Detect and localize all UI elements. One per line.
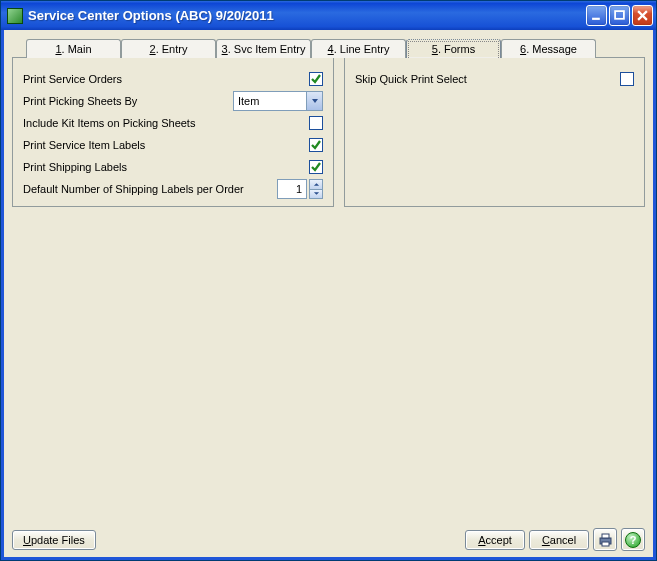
- tab-main[interactable]: 1. Main: [26, 39, 121, 58]
- label-print-service-item-labels: Print Service Item Labels: [23, 139, 145, 151]
- update-files-button[interactable]: Update Files: [12, 530, 96, 550]
- tab-message[interactable]: 6. Message: [501, 39, 596, 58]
- row-print-service-orders: Print Service Orders: [23, 68, 323, 90]
- maximize-button[interactable]: [609, 5, 630, 26]
- input-default-shipping-labels[interactable]: 1: [277, 179, 307, 199]
- close-button[interactable]: [632, 5, 653, 26]
- spin-up-button[interactable]: [309, 179, 323, 190]
- row-include-kit: Include Kit Items on Picking Sheets: [23, 112, 323, 134]
- minimize-button[interactable]: [586, 5, 607, 26]
- window-buttons: [586, 5, 653, 26]
- cancel-button[interactable]: Cancel: [529, 530, 589, 550]
- spin-down-button[interactable]: [309, 190, 323, 200]
- spinner-default-shipping-labels: 1: [277, 179, 323, 199]
- tab-forms[interactable]: 5. Forms: [406, 39, 501, 58]
- row-default-shipping-labels: Default Number of Shipping Labels per Or…: [23, 178, 323, 200]
- label-print-service-orders: Print Service Orders: [23, 73, 122, 85]
- combo-print-picking-sheets-by[interactable]: Item: [233, 91, 323, 111]
- titlebar: Service Center Options (ABC) 9/20/2011: [1, 1, 656, 30]
- combo-value: Item: [234, 95, 306, 107]
- print-button[interactable]: [593, 528, 617, 551]
- printer-icon: [598, 533, 613, 547]
- tab-svc-item-entry[interactable]: 3. Svc Item Entry: [216, 39, 311, 58]
- svg-rect-0: [592, 18, 600, 20]
- checkbox-skip-quick-print[interactable]: [620, 72, 634, 86]
- checkbox-print-shipping-labels[interactable]: [309, 160, 323, 174]
- help-button[interactable]: ?: [621, 528, 645, 551]
- window-title: Service Center Options (ABC) 9/20/2011: [28, 8, 586, 23]
- label-default-shipping-labels: Default Number of Shipping Labels per Or…: [23, 183, 244, 195]
- svg-rect-4: [602, 542, 609, 546]
- row-print-picking-sheets-by: Print Picking Sheets By Item: [23, 90, 323, 112]
- checkbox-print-service-item-labels[interactable]: [309, 138, 323, 152]
- svg-rect-1: [615, 11, 624, 19]
- right-panel: Skip Quick Print Select: [344, 57, 645, 207]
- spin-buttons: [309, 179, 323, 199]
- row-skip-quick-print: Skip Quick Print Select: [355, 68, 634, 90]
- tab-line-entry[interactable]: 4. Line Entry: [311, 39, 406, 58]
- tab-entry[interactable]: 2. Entry: [121, 39, 216, 58]
- accept-button[interactable]: Accept: [465, 530, 525, 550]
- row-print-service-item-labels: Print Service Item Labels: [23, 134, 323, 156]
- help-icon: ?: [625, 532, 641, 548]
- chevron-down-icon[interactable]: [306, 92, 322, 110]
- app-icon: [7, 8, 23, 24]
- window: Service Center Options (ABC) 9/20/2011 1…: [0, 0, 657, 561]
- client-area: 1. Main 2. Entry 3. Svc Item Entry 4. Li…: [1, 30, 656, 560]
- label-print-shipping-labels: Print Shipping Labels: [23, 161, 127, 173]
- label-print-picking-sheets-by: Print Picking Sheets By: [23, 95, 137, 107]
- checkbox-print-service-orders[interactable]: [309, 72, 323, 86]
- panels-row: Print Service Orders Print Picking Sheet…: [12, 57, 645, 207]
- left-panel: Print Service Orders Print Picking Sheet…: [12, 57, 334, 207]
- svg-rect-3: [602, 534, 609, 538]
- checkbox-include-kit[interactable]: [309, 116, 323, 130]
- label-include-kit: Include Kit Items on Picking Sheets: [23, 117, 195, 129]
- tab-bar: 1. Main 2. Entry 3. Svc Item Entry 4. Li…: [26, 38, 645, 57]
- row-print-shipping-labels: Print Shipping Labels: [23, 156, 323, 178]
- label-skip-quick-print: Skip Quick Print Select: [355, 73, 467, 85]
- footer: Update Files Accept Cancel ?: [12, 522, 645, 551]
